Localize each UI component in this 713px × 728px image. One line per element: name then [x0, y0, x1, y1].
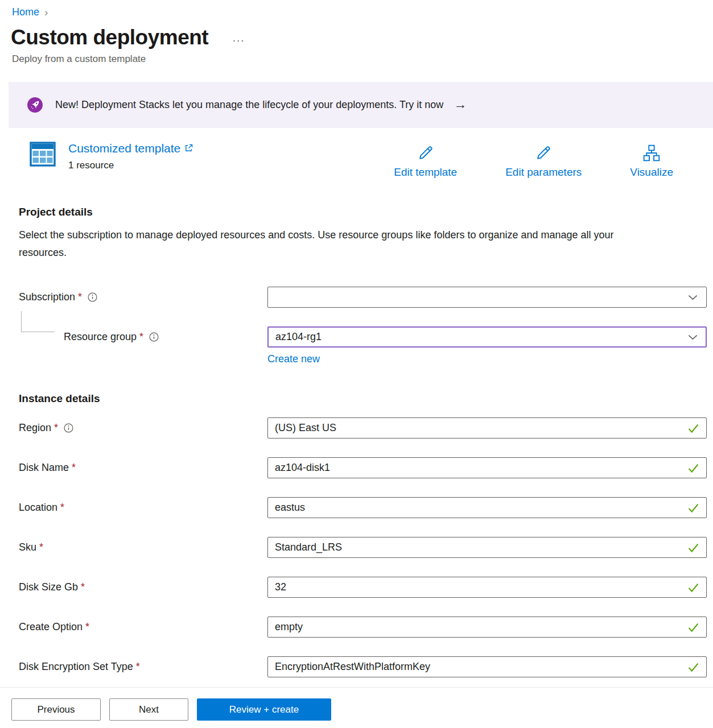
field-row-disk-size-gb: Disk Size Gb * [0, 577, 713, 598]
required-marker: * [85, 621, 89, 633]
sku-label: Sku [19, 541, 36, 553]
create-new-row: Create new [267, 353, 713, 365]
edit-parameters-button[interactable]: Edit parameters [505, 144, 582, 179]
project-details-description: Select the subscription to manage deploy… [0, 226, 663, 262]
edit-template-label: Edit template [394, 166, 457, 179]
valid-check-icon [687, 581, 700, 594]
breadcrumb: Home › [0, 0, 713, 19]
disk-size-gb-label: Disk Size Gb [19, 581, 78, 593]
footer-action-bar: Previous Next Review + create [0, 687, 713, 728]
sku-input[interactable] [267, 537, 707, 558]
page-title: Custom deployment [11, 26, 208, 49]
required-marker: * [139, 331, 143, 343]
sku-label-group: Sku * [19, 541, 267, 553]
region-input[interactable] [267, 417, 707, 439]
arrow-right-icon: → [454, 97, 467, 113]
edit-parameters-label: Edit parameters [505, 166, 582, 179]
hierarchy-connector-line [21, 311, 55, 332]
custom-deployment-page: Home › Custom deployment ··· Deploy from… [0, 0, 713, 728]
disk-size-gb-label-group: Disk Size Gb * [19, 581, 267, 593]
disk-name-field [267, 457, 707, 478]
field-row-create-option: Create Option * [0, 617, 713, 638]
disk-name-label-group: Disk Name * [19, 462, 267, 474]
location-label: Location [19, 502, 57, 514]
field-row-location: Location * [0, 497, 713, 518]
valid-check-icon [687, 660, 700, 673]
external-link-icon [184, 142, 193, 155]
subscription-input[interactable] [267, 287, 707, 308]
resource-group-combobox [267, 326, 707, 348]
subscription-label-group: Subscription * [19, 291, 267, 303]
required-marker: * [39, 541, 43, 553]
create-option-input[interactable] [267, 617, 707, 638]
customized-template-link[interactable]: Customized template [68, 142, 193, 155]
subscription-combobox [267, 287, 707, 308]
page-content: Home › Custom deployment ··· Deploy from… [0, 0, 713, 687]
create-option-label-group: Create Option * [19, 621, 267, 633]
chevron-down-icon[interactable] [687, 292, 698, 303]
info-icon[interactable] [64, 423, 73, 433]
template-icon [30, 142, 56, 171]
field-row-subscription: Subscription * [0, 287, 713, 308]
create-option-label: Create Option [19, 621, 83, 633]
required-marker: * [54, 422, 58, 434]
section-heading-instance-details: Instance details [0, 392, 713, 405]
pencil-icon [417, 144, 435, 164]
valid-check-icon [687, 461, 700, 474]
location-input[interactable] [267, 497, 707, 518]
valid-check-icon [687, 621, 700, 634]
location-field [267, 497, 707, 518]
disk-size-gb-input[interactable] [267, 577, 707, 598]
required-marker: * [81, 581, 85, 593]
next-button[interactable]: Next [109, 698, 188, 721]
field-row-resource-group: Resource group * [0, 326, 713, 348]
visualize-icon [642, 144, 661, 164]
visualize-button[interactable]: Visualize [630, 144, 673, 179]
disk-name-input[interactable] [267, 457, 707, 478]
disk-encryption-set-type-label: Disk Encryption Set Type [19, 661, 133, 673]
more-options-button[interactable]: ··· [232, 28, 245, 47]
template-row: Customized template 1 resource [0, 128, 713, 179]
banner-message: New! Deployment Stacks let you manage th… [55, 99, 443, 111]
review-create-button[interactable]: Review + create [197, 698, 331, 721]
resource-count: 1 resource [68, 160, 193, 171]
chevron-down-icon[interactable] [687, 332, 698, 342]
edit-template-button[interactable]: Edit template [394, 144, 457, 179]
required-marker: * [136, 661, 140, 673]
resource-group-label: Resource group [64, 331, 137, 343]
resource-group-input[interactable] [267, 326, 707, 348]
visualize-label: Visualize [630, 166, 673, 179]
info-icon[interactable] [88, 292, 97, 302]
section-heading-project-details: Project details [0, 206, 713, 218]
pencil-icon [534, 144, 553, 164]
title-row: Custom deployment ··· [0, 19, 713, 49]
page-subtitle: Deploy from a custom template [0, 49, 713, 65]
template-toolbar: Edit template Edit parameters [394, 142, 673, 179]
region-label-group: Region * [19, 422, 267, 434]
disk-encryption-set-type-input[interactable] [267, 656, 707, 677]
region-field [267, 417, 707, 439]
required-marker: * [78, 291, 82, 303]
disk-encryption-set-type-field [267, 656, 707, 677]
template-info: Customized template 1 resource [30, 142, 193, 171]
required-marker: * [60, 502, 64, 514]
create-new-link[interactable]: Create new [267, 353, 320, 365]
info-icon[interactable] [149, 332, 159, 342]
breadcrumb-separator-icon: › [44, 6, 48, 19]
location-label-group: Location * [19, 502, 267, 514]
previous-button[interactable]: Previous [11, 698, 101, 721]
subscription-label: Subscription [19, 291, 75, 303]
valid-check-icon [687, 501, 700, 514]
valid-check-icon [687, 541, 700, 554]
customized-template-label: Customized template [68, 142, 180, 155]
valid-check-icon [687, 421, 700, 435]
rocket-icon [27, 97, 43, 113]
resource-group-label-group: Resource group * [19, 331, 267, 343]
disk-size-gb-field [267, 577, 707, 598]
deployment-stacks-banner[interactable]: New! Deployment Stacks let you manage th… [9, 82, 713, 128]
field-row-disk-name: Disk Name * [0, 457, 713, 478]
breadcrumb-home-link[interactable]: Home [12, 6, 39, 18]
required-marker: * [72, 462, 76, 474]
region-label: Region [19, 422, 51, 434]
sku-field [267, 537, 707, 558]
